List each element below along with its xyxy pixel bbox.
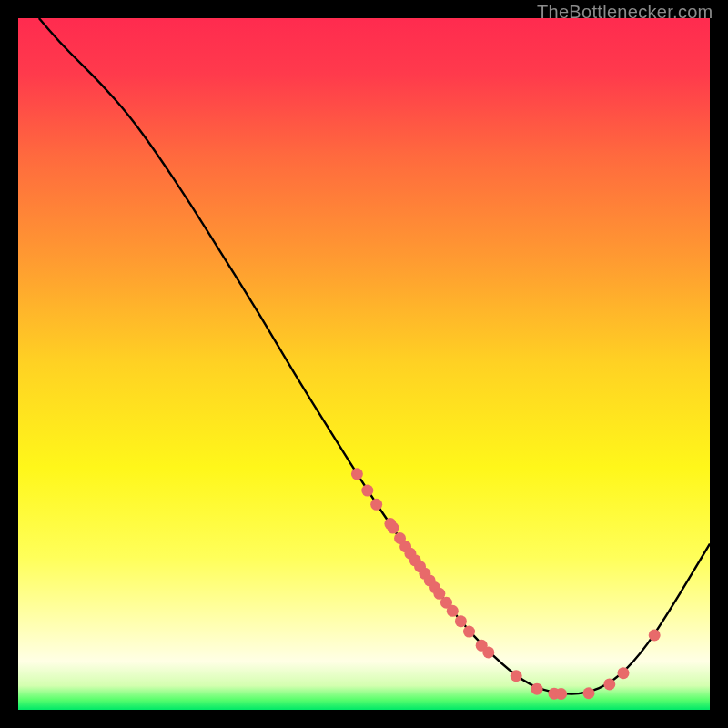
chart-frame: TheBottlenecker.com <box>0 0 728 728</box>
data-marker <box>583 687 595 699</box>
data-marker <box>455 615 467 627</box>
bottleneck-chart <box>18 18 710 710</box>
data-marker <box>618 667 630 679</box>
data-marker <box>370 499 382 511</box>
gradient-background <box>18 18 710 710</box>
data-marker <box>603 678 615 690</box>
data-marker <box>555 688 567 700</box>
data-marker <box>361 485 373 497</box>
data-marker <box>387 522 399 534</box>
data-marker <box>649 629 661 641</box>
data-marker <box>482 646 494 658</box>
data-marker <box>511 670 522 682</box>
data-marker <box>463 626 475 638</box>
data-marker <box>531 683 543 695</box>
data-marker <box>351 468 363 480</box>
data-marker <box>447 605 459 617</box>
